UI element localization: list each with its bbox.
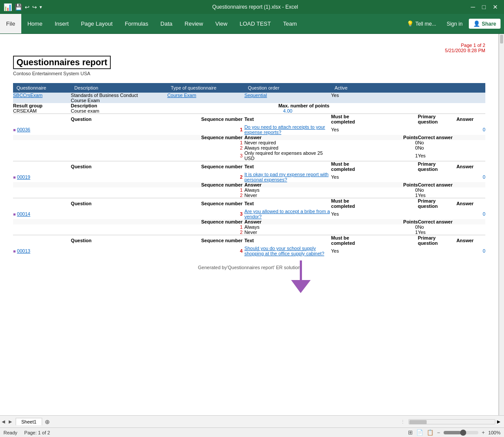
report-title: Questionnaires report xyxy=(13,56,111,69)
redo-icon[interactable]: ↪ xyxy=(32,4,37,10)
q1-must-label: Must be completed xyxy=(331,114,370,125)
tab-home[interactable]: Home xyxy=(21,14,49,33)
zoom-slider[interactable] xyxy=(444,431,478,434)
sheet-area[interactable]: Page 1 of 2 5/21/2020 8:28 PM Questionna… xyxy=(0,34,499,415)
tab-formulas[interactable]: Formulas xyxy=(119,14,154,33)
tab-data[interactable]: Data xyxy=(154,14,178,33)
rec-description: Standards of Business Conduct xyxy=(71,93,167,98)
q1-ans-1: 1 Never required 0 No xyxy=(13,140,485,145)
q3-id[interactable]: 00014 xyxy=(17,211,30,217)
result-group-label: Result group xyxy=(13,103,71,108)
page-layout-view-btn[interactable]: 📄 xyxy=(416,429,423,436)
q4-seq: 4 xyxy=(167,246,244,256)
svg-marker-0 xyxy=(291,260,311,293)
vertical-scrollbar[interactable] xyxy=(499,34,504,415)
q2-question-label: Question xyxy=(71,161,167,172)
rec-questionnaire: SBCCrsExam xyxy=(13,93,71,98)
rec-description2: Course Exam xyxy=(71,98,167,103)
tab-view[interactable]: View xyxy=(209,14,233,33)
table-header-row: Questionnaire Description Type of questi… xyxy=(13,83,485,93)
print-date: 5/21/2020 8:28 PM xyxy=(13,48,485,53)
title-bar: 📊 💾 ↩ ↪ ▾ Questionnaires report (1).xlsx… xyxy=(0,0,504,14)
q2-ans-header: Sequence number Answer Points Correct an… xyxy=(13,182,485,187)
tab-team[interactable]: Team xyxy=(277,14,303,33)
sheet1-tab[interactable]: Sheet1 xyxy=(16,418,42,425)
result-group-desc: Course exam xyxy=(71,108,167,114)
main-table: Questionnaire Description Type of questi… xyxy=(13,83,485,270)
tell-me-btn[interactable]: 💡 Tell me... xyxy=(402,19,441,29)
horizontal-scrollbar[interactable] xyxy=(408,419,495,424)
order-link[interactable]: Sequential xyxy=(244,93,267,98)
scroll-right-arrow[interactable]: ▶ xyxy=(495,419,502,424)
q1-seq: 1 xyxy=(167,124,244,135)
q1-ans-header: Sequence number Answer Points Correct an… xyxy=(13,135,485,140)
result-group-data-row: CRSEXAM Course exam 4.00 xyxy=(13,108,485,114)
undo-icon[interactable]: ↩ xyxy=(25,4,30,10)
q1-question-label: Question xyxy=(71,114,167,125)
col-questionnaire: Questionnaire xyxy=(13,83,71,93)
tab-file[interactable]: File xyxy=(0,14,21,33)
result-desc-label: Description xyxy=(71,103,167,108)
company-name: Contoso Entertainment System USA xyxy=(13,71,485,76)
q2-ans-2: 2 Never 1 Yes xyxy=(13,193,485,198)
result-group-row: Result group Description Max. number of … xyxy=(13,103,485,108)
tab-load-test[interactable]: LOAD TEST xyxy=(233,14,277,33)
q3-header-row: Question Sequence number Text Must be co… xyxy=(13,198,485,209)
ready-label: Ready xyxy=(3,430,17,435)
normal-view-btn[interactable]: ⊞ xyxy=(408,429,413,436)
page-number: Page 1 of 2 xyxy=(13,43,485,48)
type-link[interactable]: Course Exam xyxy=(167,93,196,98)
q1-answer-label: Answer xyxy=(456,114,485,125)
close-btn[interactable]: ✕ xyxy=(490,3,501,10)
restore-btn[interactable]: □ xyxy=(480,3,488,10)
q2-text-label: Text xyxy=(244,161,331,172)
q4-data-row: ■ 00013 4 Should you do your school supp… xyxy=(13,246,485,256)
q2-must: Yes xyxy=(331,172,370,182)
q2-seq: 2 xyxy=(167,172,244,182)
zoom-out-btn[interactable]: − xyxy=(437,430,440,436)
q4-id[interactable]: 00013 xyxy=(17,248,30,254)
q1-id[interactable]: 00036 xyxy=(17,127,30,132)
save-icon[interactable]: 💾 xyxy=(15,3,22,10)
q2-seq-label: Sequence number xyxy=(167,161,244,172)
tab-insert[interactable]: Insert xyxy=(49,14,75,33)
q1-primary-label: Primary question xyxy=(418,114,457,125)
sign-in-btn[interactable]: Sign in xyxy=(442,19,467,29)
next-sheet-arrow[interactable]: ▶ xyxy=(7,419,14,424)
q3-answer: 0 xyxy=(456,209,485,219)
q4-answer: 0 xyxy=(456,246,485,256)
q2-header-row: Question Sequence number Text Must be co… xyxy=(13,161,485,172)
ans-seq-label: Sequence number xyxy=(167,135,244,140)
q1-answer: 0 xyxy=(456,124,485,135)
table-row-2: Course Exam xyxy=(13,98,485,103)
status-bar: Ready Page: 1 of 2 ⊞ 📄 📋 − + 100% xyxy=(0,427,504,437)
q2-must-label: Must be completed xyxy=(331,161,370,172)
q1-ans-3: 3 Only required for expenses above 25 US… xyxy=(13,150,485,161)
rec-type: Course Exam xyxy=(167,93,244,98)
ans-points-label: Points xyxy=(370,135,418,140)
q4-header-row: Question Sequence number Text Must be co… xyxy=(13,235,485,246)
q2-text: It is okay to pad my expense report with… xyxy=(244,172,331,182)
share-btn[interactable]: 👤 Share xyxy=(469,19,501,29)
page-break-view-btn[interactable]: 📋 xyxy=(427,429,434,436)
tab-review[interactable]: Review xyxy=(179,14,209,33)
add-sheet-btn[interactable]: ⊕ xyxy=(42,417,53,426)
page-info: Page 1 of 2 5/21/2020 8:28 PM xyxy=(13,43,485,53)
q2-checkbox: ■ xyxy=(13,175,16,180)
q1-header-row: Question Sequence number Text Must be co… xyxy=(13,114,485,125)
q2-id[interactable]: 00019 xyxy=(17,174,30,180)
q1-data-row: ■ 00036 1 Do you need to attach receipts… xyxy=(13,124,485,135)
status-right: ⊞ 📄 📋 − + 100% xyxy=(408,429,501,436)
prev-sheet-arrow[interactable]: ◀ xyxy=(0,419,7,424)
col-type: Type of questionnaire xyxy=(167,83,244,93)
zoom-in-btn[interactable]: + xyxy=(482,430,485,436)
tab-page-layout[interactable]: Page Layout xyxy=(75,14,119,33)
minimize-btn[interactable]: ─ xyxy=(468,3,478,10)
q1-must: Yes xyxy=(331,124,370,135)
q2-answer-label: Answer xyxy=(456,161,485,172)
col-active: Active xyxy=(331,83,370,93)
questionnaire-link[interactable]: SBCCrsExam xyxy=(13,93,43,98)
q1-text: Do you need to attach receipts to your e… xyxy=(244,124,331,135)
col-extra2 xyxy=(418,83,457,93)
result-group-id: CRSEXAM xyxy=(13,108,71,114)
